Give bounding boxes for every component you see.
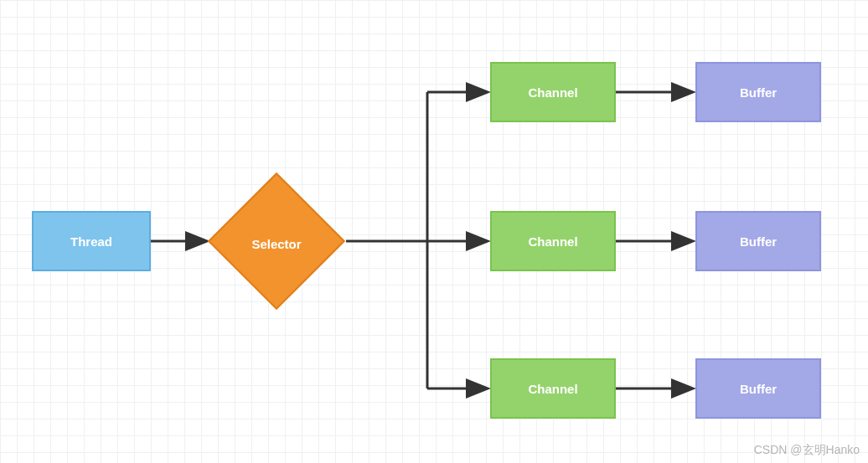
watermark-text: CSDN @玄明Hanko: [754, 443, 860, 458]
channel-label: Channel: [528, 382, 577, 396]
channel-node-1: Channel: [490, 211, 616, 271]
buffer-node-0: Buffer: [695, 62, 821, 122]
buffer-node-1: Buffer: [695, 211, 821, 271]
selector-node: Selector: [208, 172, 345, 310]
buffer-label: Buffer: [740, 382, 777, 396]
thread-label: Thread: [70, 234, 112, 249]
channel-label: Channel: [528, 85, 577, 100]
buffer-label: Buffer: [740, 85, 777, 100]
channel-node-2: Channel: [490, 358, 616, 419]
buffer-node-2: Buffer: [695, 358, 821, 419]
channel-label: Channel: [528, 234, 577, 249]
buffer-label: Buffer: [740, 234, 777, 249]
selector-label: Selector: [251, 236, 301, 250]
thread-node: Thread: [32, 211, 151, 271]
channel-node-0: Channel: [490, 62, 616, 122]
